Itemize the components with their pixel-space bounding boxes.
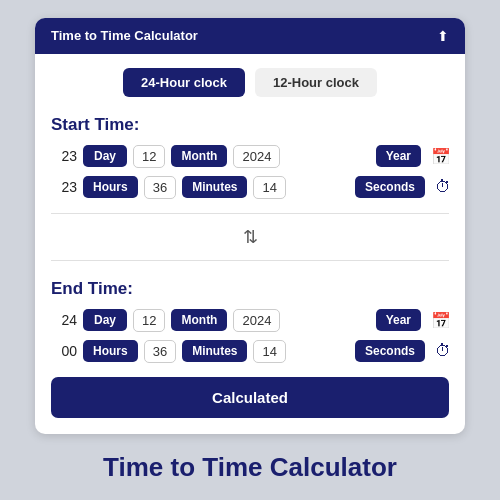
start-hours-label: Hours <box>83 176 138 198</box>
start-minutes-value[interactable]: 36 <box>144 176 176 199</box>
end-year-value[interactable]: 2024 <box>233 309 280 332</box>
start-date-row: 23 Day 12 Month 2024 Year 📅 <box>35 141 465 172</box>
start-seconds-label: Seconds <box>355 176 425 198</box>
start-month-value[interactable]: 12 <box>133 145 165 168</box>
card-header: Time to Time Calculator ⬆ <box>35 18 465 54</box>
start-seconds-value[interactable]: 14 <box>253 176 285 199</box>
share-icon[interactable]: ⬆ <box>437 28 449 44</box>
end-seconds-value[interactable]: 14 <box>253 340 285 363</box>
end-minutes-value[interactable]: 36 <box>144 340 176 363</box>
end-date-row: 24 Day 12 Month 2024 Year 📅 <box>35 305 465 336</box>
end-month-label: Month <box>171 309 227 331</box>
end-clock-icon[interactable]: ⏱ <box>435 342 451 360</box>
swap-icon[interactable]: ⇅ <box>243 226 258 248</box>
start-date-value: 23 <box>49 148 77 164</box>
clock-toggle-row: 24-Hour clock 12-Hour clock <box>35 54 465 107</box>
end-time-row: 00 Hours 36 Minutes 14 Seconds ⏱ <box>35 336 465 367</box>
end-minutes-label: Minutes <box>182 340 247 362</box>
end-day-label: Day <box>83 309 127 331</box>
calculate-button[interactable]: Calculated <box>51 377 449 418</box>
start-time-row: 23 Hours 36 Minutes 14 Seconds ⏱ <box>35 172 465 203</box>
start-month-label: Month <box>171 145 227 167</box>
12-hour-clock-button[interactable]: 12-Hour clock <box>255 68 377 97</box>
24-hour-clock-button[interactable]: 24-Hour clock <box>123 68 245 97</box>
start-year-label: Year <box>376 145 421 167</box>
end-month-value[interactable]: 12 <box>133 309 165 332</box>
end-calendar-icon[interactable]: 📅 <box>431 311 451 330</box>
end-seconds-label: Seconds <box>355 340 425 362</box>
page-title: Time to Time Calculator <box>103 452 397 483</box>
swap-row: ⇅ <box>35 224 465 250</box>
calculator-card: Time to Time Calculator ⬆ 24-Hour clock … <box>35 18 465 434</box>
start-hours-value: 23 <box>49 179 77 195</box>
start-clock-icon[interactable]: ⏱ <box>435 178 451 196</box>
divider-1 <box>51 213 449 214</box>
end-hours-value: 00 <box>49 343 77 359</box>
end-date-value: 24 <box>49 312 77 328</box>
end-hours-label: Hours <box>83 340 138 362</box>
divider-2 <box>51 260 449 261</box>
card-title: Time to Time Calculator <box>51 28 198 43</box>
start-minutes-label: Minutes <box>182 176 247 198</box>
end-time-label: End Time: <box>35 271 465 305</box>
start-year-value[interactable]: 2024 <box>233 145 280 168</box>
start-time-label: Start Time: <box>35 107 465 141</box>
start-calendar-icon[interactable]: 📅 <box>431 147 451 166</box>
end-year-label: Year <box>376 309 421 331</box>
start-day-label: Day <box>83 145 127 167</box>
